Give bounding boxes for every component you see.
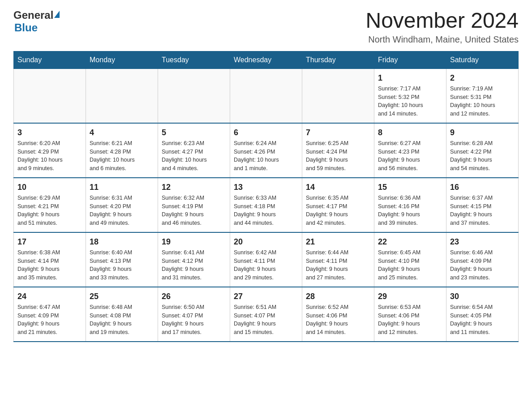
calendar-cell: 4Sunrise: 6:21 AM Sunset: 4:28 PM Daylig… <box>86 123 158 178</box>
day-number: 3 <box>17 128 82 137</box>
calendar-cell: 26Sunrise: 6:50 AM Sunset: 4:07 PM Dayli… <box>158 287 230 342</box>
day-number: 30 <box>450 292 515 301</box>
day-info: Sunrise: 6:54 AM Sunset: 4:05 PM Dayligh… <box>450 303 515 337</box>
day-number: 14 <box>306 183 370 192</box>
day-number: 6 <box>234 128 298 137</box>
day-number: 25 <box>90 292 154 301</box>
calendar-cell: 14Sunrise: 6:35 AM Sunset: 4:17 PM Dayli… <box>302 178 374 232</box>
calendar-cell: 1Sunrise: 7:17 AM Sunset: 5:32 PM Daylig… <box>374 68 446 123</box>
calendar-cell: 11Sunrise: 6:31 AM Sunset: 4:20 PM Dayli… <box>86 178 158 232</box>
week-row-1: 1Sunrise: 7:17 AM Sunset: 5:32 PM Daylig… <box>14 68 519 123</box>
logo-general-text: General <box>13 9 53 21</box>
day-number: 29 <box>378 292 442 301</box>
day-info: Sunrise: 6:40 AM Sunset: 4:13 PM Dayligh… <box>90 248 154 282</box>
day-info: Sunrise: 6:52 AM Sunset: 4:06 PM Dayligh… <box>306 303 370 337</box>
day-info: Sunrise: 6:37 AM Sunset: 4:15 PM Dayligh… <box>450 194 515 227</box>
weekday-header-row: SundayMondayTuesdayWednesdayThursdayFrid… <box>14 51 519 68</box>
day-info: Sunrise: 6:48 AM Sunset: 4:08 PM Dayligh… <box>90 303 154 337</box>
calendar-cell: 18Sunrise: 6:40 AM Sunset: 4:13 PM Dayli… <box>86 232 158 287</box>
calendar-cell: 2Sunrise: 7:19 AM Sunset: 5:31 PM Daylig… <box>446 68 519 123</box>
calendar-cell: 3Sunrise: 6:20 AM Sunset: 4:29 PM Daylig… <box>14 123 86 178</box>
logo-blue-text: Blue <box>14 21 38 34</box>
day-number: 18 <box>90 237 154 247</box>
day-number: 20 <box>234 237 298 247</box>
calendar-cell: 8Sunrise: 6:27 AM Sunset: 4:23 PM Daylig… <box>374 123 446 178</box>
day-number: 1 <box>378 73 442 83</box>
calendar-cell: 5Sunrise: 6:23 AM Sunset: 4:27 PM Daylig… <box>158 123 230 178</box>
day-number: 7 <box>306 128 370 137</box>
calendar-cell: 9Sunrise: 6:28 AM Sunset: 4:22 PM Daylig… <box>446 123 519 178</box>
calendar-cell: 19Sunrise: 6:41 AM Sunset: 4:12 PM Dayli… <box>158 232 230 287</box>
day-number: 27 <box>234 292 298 301</box>
calendar-cell: 21Sunrise: 6:44 AM Sunset: 4:11 PM Dayli… <box>302 232 374 287</box>
day-info: Sunrise: 6:45 AM Sunset: 4:10 PM Dayligh… <box>378 248 442 282</box>
day-info: Sunrise: 6:35 AM Sunset: 4:17 PM Dayligh… <box>306 194 370 227</box>
calendar-cell: 15Sunrise: 6:36 AM Sunset: 4:16 PM Dayli… <box>374 178 446 232</box>
calendar-cell: 12Sunrise: 6:32 AM Sunset: 4:19 PM Dayli… <box>158 178 230 232</box>
calendar-cell: 20Sunrise: 6:42 AM Sunset: 4:11 PM Dayli… <box>230 232 302 287</box>
day-info: Sunrise: 6:46 AM Sunset: 4:09 PM Dayligh… <box>450 248 515 282</box>
day-info: Sunrise: 6:31 AM Sunset: 4:20 PM Dayligh… <box>90 194 154 227</box>
day-number: 11 <box>90 183 154 192</box>
day-number: 9 <box>450 128 515 137</box>
calendar-table: SundayMondayTuesdayWednesdayThursdayFrid… <box>13 51 519 342</box>
day-number: 17 <box>17 237 82 247</box>
day-info: Sunrise: 6:28 AM Sunset: 4:22 PM Dayligh… <box>450 139 515 173</box>
day-number: 26 <box>162 292 226 301</box>
week-row-4: 17Sunrise: 6:38 AM Sunset: 4:14 PM Dayli… <box>14 232 519 287</box>
day-info: Sunrise: 7:19 AM Sunset: 5:31 PM Dayligh… <box>450 85 515 118</box>
week-row-5: 24Sunrise: 6:47 AM Sunset: 4:09 PM Dayli… <box>14 287 519 342</box>
calendar-subtitle: North Windham, Maine, United States <box>365 34 519 45</box>
title-block: November 2024 North Windham, Maine, Unit… <box>365 9 519 45</box>
calendar-cell: 16Sunrise: 6:37 AM Sunset: 4:15 PM Dayli… <box>446 178 519 232</box>
day-number: 24 <box>17 292 82 301</box>
calendar-cell <box>86 68 158 123</box>
day-number: 15 <box>378 183 442 192</box>
weekday-header-friday: Friday <box>374 51 446 68</box>
calendar-cell: 22Sunrise: 6:45 AM Sunset: 4:10 PM Dayli… <box>374 232 446 287</box>
day-number: 12 <box>162 183 226 192</box>
day-info: Sunrise: 6:32 AM Sunset: 4:19 PM Dayligh… <box>162 194 226 227</box>
calendar-cell: 10Sunrise: 6:29 AM Sunset: 4:21 PM Dayli… <box>14 178 86 232</box>
day-info: Sunrise: 6:36 AM Sunset: 4:16 PM Dayligh… <box>378 194 442 227</box>
day-number: 10 <box>17 183 82 192</box>
calendar-cell: 23Sunrise: 6:46 AM Sunset: 4:09 PM Dayli… <box>446 232 519 287</box>
day-info: Sunrise: 6:50 AM Sunset: 4:07 PM Dayligh… <box>162 303 226 337</box>
day-info: Sunrise: 6:25 AM Sunset: 4:24 PM Dayligh… <box>306 139 370 173</box>
day-info: Sunrise: 6:41 AM Sunset: 4:12 PM Dayligh… <box>162 248 226 282</box>
day-info: Sunrise: 6:42 AM Sunset: 4:11 PM Dayligh… <box>234 248 298 282</box>
day-number: 13 <box>234 183 298 192</box>
calendar-cell: 7Sunrise: 6:25 AM Sunset: 4:24 PM Daylig… <box>302 123 374 178</box>
weekday-header-tuesday: Tuesday <box>158 51 230 68</box>
logo-arrow-icon <box>54 11 60 18</box>
calendar-cell: 25Sunrise: 6:48 AM Sunset: 4:08 PM Dayli… <box>86 287 158 342</box>
day-info: Sunrise: 6:51 AM Sunset: 4:07 PM Dayligh… <box>234 303 298 337</box>
day-info: Sunrise: 6:21 AM Sunset: 4:28 PM Dayligh… <box>90 139 154 173</box>
day-info: Sunrise: 6:44 AM Sunset: 4:11 PM Dayligh… <box>306 248 370 282</box>
calendar-cell <box>158 68 230 123</box>
day-number: 28 <box>306 292 370 301</box>
calendar-cell <box>230 68 302 123</box>
day-number: 23 <box>450 237 515 247</box>
day-info: Sunrise: 6:38 AM Sunset: 4:14 PM Dayligh… <box>17 248 82 282</box>
calendar-cell <box>302 68 374 123</box>
page-header: General Blue November 2024 North Windham… <box>13 9 519 45</box>
calendar-cell: 13Sunrise: 6:33 AM Sunset: 4:18 PM Dayli… <box>230 178 302 232</box>
day-number: 22 <box>378 237 442 247</box>
day-info: Sunrise: 6:29 AM Sunset: 4:21 PM Dayligh… <box>17 194 82 227</box>
calendar-cell <box>14 68 86 123</box>
day-info: Sunrise: 6:27 AM Sunset: 4:23 PM Dayligh… <box>378 139 442 173</box>
calendar-cell: 30Sunrise: 6:54 AM Sunset: 4:05 PM Dayli… <box>446 287 519 342</box>
calendar-cell: 27Sunrise: 6:51 AM Sunset: 4:07 PM Dayli… <box>230 287 302 342</box>
calendar-cell: 29Sunrise: 6:53 AM Sunset: 4:06 PM Dayli… <box>374 287 446 342</box>
day-info: Sunrise: 6:33 AM Sunset: 4:18 PM Dayligh… <box>234 194 298 227</box>
calendar-cell: 17Sunrise: 6:38 AM Sunset: 4:14 PM Dayli… <box>14 232 86 287</box>
day-info: Sunrise: 6:53 AM Sunset: 4:06 PM Dayligh… <box>378 303 442 337</box>
weekday-header-saturday: Saturday <box>446 51 519 68</box>
calendar-title: November 2024 <box>365 9 519 33</box>
week-row-2: 3Sunrise: 6:20 AM Sunset: 4:29 PM Daylig… <box>14 123 519 178</box>
day-number: 16 <box>450 183 515 192</box>
day-info: Sunrise: 6:24 AM Sunset: 4:26 PM Dayligh… <box>234 139 298 173</box>
day-number: 21 <box>306 237 370 247</box>
day-info: Sunrise: 6:23 AM Sunset: 4:27 PM Dayligh… <box>162 139 226 173</box>
